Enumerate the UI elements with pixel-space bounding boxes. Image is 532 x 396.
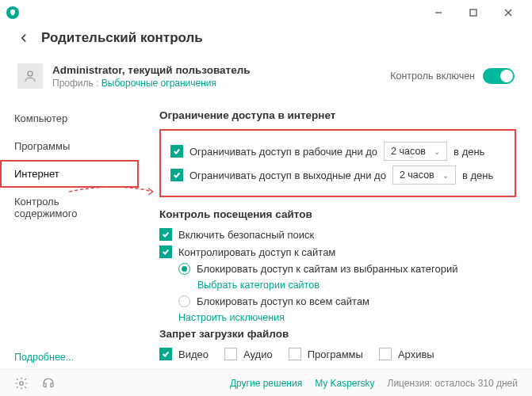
section-internet-limit-title: Ограничение доступа в интернет bbox=[159, 109, 516, 121]
toggle-label: Контроль включен bbox=[390, 70, 475, 82]
support-icon[interactable] bbox=[41, 376, 55, 390]
weekday-checkbox[interactable] bbox=[170, 145, 183, 158]
chevron-down-icon: ⌄ bbox=[434, 147, 440, 156]
weekend-checkbox[interactable] bbox=[170, 169, 183, 181]
back-button[interactable] bbox=[14, 29, 33, 48]
radio-block-categories[interactable] bbox=[178, 263, 190, 275]
control-access-checkbox[interactable] bbox=[159, 246, 172, 258]
close-button[interactable] bbox=[491, 2, 526, 24]
minimize-button[interactable] bbox=[421, 2, 456, 24]
weekday-hours-select[interactable]: 2 часов⌄ bbox=[384, 142, 447, 161]
license-status: Лицензия: осталось 310 дней bbox=[388, 378, 518, 389]
safe-search-checkbox[interactable] bbox=[159, 228, 172, 241]
radio-block-all[interactable] bbox=[178, 295, 190, 307]
callout-arrow bbox=[67, 184, 159, 200]
weekday-label: Ограничивать доступ в рабочие дни до bbox=[189, 146, 377, 158]
avatar bbox=[17, 63, 43, 89]
svg-rect-1 bbox=[470, 10, 477, 16]
programs-checkbox[interactable] bbox=[289, 348, 301, 360]
other-solutions-link[interactable]: Другие решения bbox=[230, 378, 302, 389]
svg-point-4 bbox=[28, 71, 33, 76]
section-download-block-title: Запрет загрузки файлов bbox=[159, 328, 516, 340]
weekend-label: Ограничивать доступ в выходные дни до bbox=[189, 169, 386, 181]
audio-checkbox[interactable] bbox=[224, 348, 237, 360]
sidebar-item-programs[interactable]: Программы bbox=[0, 132, 139, 160]
video-checkbox[interactable] bbox=[159, 348, 172, 360]
chevron-down-icon: ⌄ bbox=[442, 171, 449, 180]
gear-icon[interactable] bbox=[14, 376, 29, 390]
sidebar-item-computer[interactable]: Компьютер bbox=[0, 105, 139, 132]
highlighted-settings: Ограничивать доступ в рабочие дни до 2 ч… bbox=[159, 129, 516, 197]
exclusions-link[interactable]: Настроить исключения bbox=[178, 312, 285, 323]
weekend-hours-select[interactable]: 2 часов⌄ bbox=[392, 166, 456, 185]
choose-categories-link[interactable]: Выбрать категории сайтов bbox=[197, 280, 320, 291]
control-toggle[interactable] bbox=[483, 68, 515, 84]
app-logo bbox=[6, 6, 19, 19]
my-kaspersky-link[interactable]: My Kaspersky bbox=[315, 378, 374, 389]
more-link[interactable]: Подробнее... bbox=[14, 352, 74, 363]
maximize-button[interactable] bbox=[456, 2, 491, 24]
svg-point-5 bbox=[20, 381, 24, 385]
archives-checkbox[interactable] bbox=[379, 348, 392, 360]
profile-subtitle: Профиль : Выборочные ограничения bbox=[52, 78, 390, 89]
page-title: Родительский контроль bbox=[41, 30, 203, 46]
section-site-control-title: Контроль посещения сайтов bbox=[159, 208, 516, 220]
profile-name: Administrator, текущий пользователь bbox=[52, 64, 390, 76]
